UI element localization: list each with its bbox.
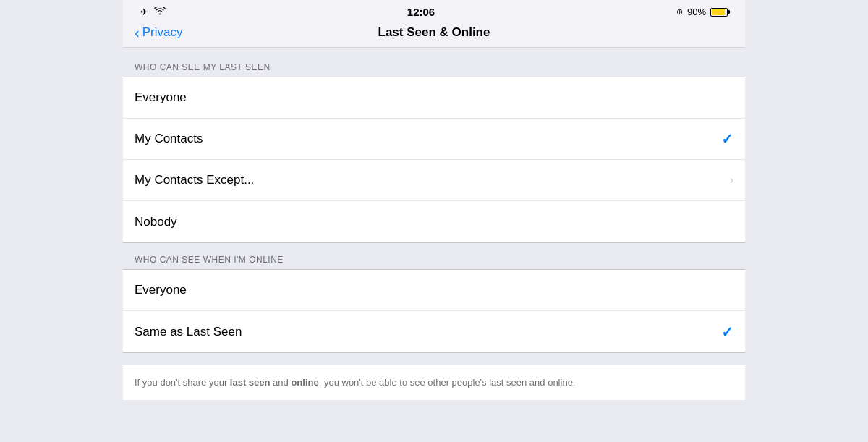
wifi-icon (154, 7, 166, 17)
list-item[interactable]: My Contacts Except... › (123, 160, 745, 201)
online-list: Everyone Same as Last Seen ✓ (123, 269, 745, 353)
back-label: Privacy (142, 25, 183, 40)
item-label: My Contacts Except... (135, 173, 254, 187)
info-text: If you don't share your last seen and on… (123, 365, 745, 400)
online-section-label: WHO CAN SEE WHEN I'M ONLINE (123, 255, 745, 269)
item-label: My Contacts (135, 132, 203, 146)
status-left: ✈ (140, 7, 166, 17)
chevron-right-icon: › (730, 174, 733, 187)
status-time: 12:06 (407, 6, 435, 18)
back-button[interactable]: ‹ Privacy (135, 25, 182, 40)
checkmark-icon: ✓ (721, 323, 733, 341)
last-seen-section-label: WHO CAN SEE MY LAST SEEN (123, 62, 745, 77)
location-icon: ⊕ (676, 7, 683, 17)
item-label: Nobody (135, 215, 177, 229)
item-label: Same as Last Seen (135, 325, 242, 339)
status-bar: ✈ 12:06 ⊕ 90% (123, 0, 745, 21)
content: WHO CAN SEE MY LAST SEEN Everyone My Con… (123, 48, 745, 415)
list-item[interactable]: Everyone (123, 270, 745, 311)
checkmark-icon: ✓ (721, 130, 733, 148)
status-right: ⊕ 90% (676, 7, 728, 17)
online-section: WHO CAN SEE WHEN I'M ONLINE Everyone Sam… (123, 255, 745, 353)
list-item[interactable]: Everyone (123, 77, 745, 119)
back-chevron-icon: ‹ (135, 25, 140, 40)
list-item[interactable]: Same as Last Seen ✓ (123, 311, 745, 352)
page-title: Last Seen & Online (378, 25, 490, 40)
battery-percentage: 90% (687, 7, 706, 17)
nav-bar: ‹ Privacy Last Seen & Online (123, 21, 745, 48)
list-item[interactable]: Nobody (123, 201, 745, 242)
item-label: Everyone (135, 90, 187, 105)
battery-icon (710, 8, 728, 17)
last-seen-section: WHO CAN SEE MY LAST SEEN Everyone My Con… (123, 62, 745, 243)
list-item[interactable]: My Contacts ✓ (123, 119, 745, 160)
item-label: Everyone (135, 283, 187, 297)
airplane-icon: ✈ (140, 7, 148, 17)
last-seen-list: Everyone My Contacts ✓ My Contacts Excep… (123, 77, 745, 243)
